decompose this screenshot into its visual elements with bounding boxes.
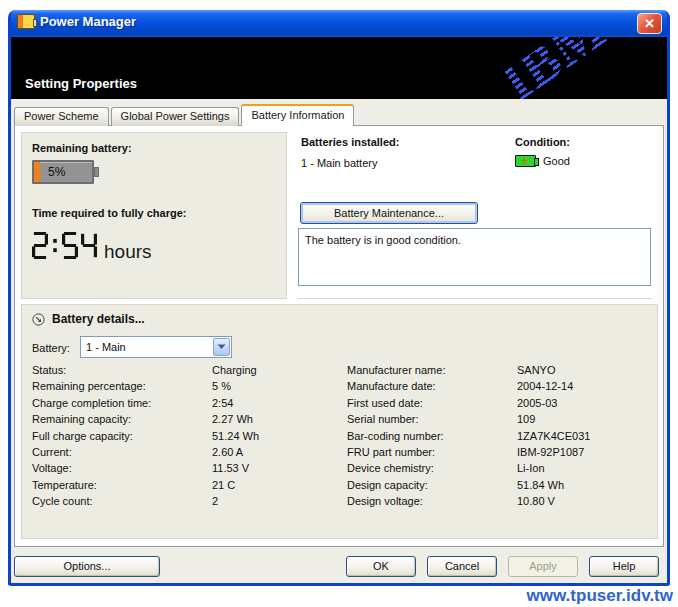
dialog-body: Power Scheme Global Power Settings Batte… [11, 99, 667, 583]
details-title: Battery details... [52, 312, 145, 326]
tab-bar: Power Scheme Global Power Settings Batte… [14, 104, 356, 126]
lcd-time [32, 232, 100, 263]
detail-value: Charging [212, 362, 257, 378]
chevron-down-icon [217, 344, 226, 350]
detail-value: 51.24 Wh [212, 428, 259, 444]
remaining-battery-panel: Remaining battery: 5% Time required to f… [21, 132, 287, 299]
detail-label: Remaining capacity: [32, 411, 212, 427]
detail-label: Device chemistry: [347, 460, 517, 476]
ok-button[interactable]: OK [346, 556, 416, 577]
detail-label: Design capacity: [347, 477, 517, 493]
detail-value: 10.80 V [517, 493, 555, 509]
detail-row: Manufacturer name:SANYO [347, 362, 652, 378]
detail-row: Cycle count:2 [32, 493, 337, 509]
remaining-battery-label: Remaining battery: [32, 142, 132, 154]
detail-value: 51.84 Wh [517, 477, 564, 493]
detail-value: SANYO [517, 362, 556, 378]
app-battery-icon [17, 14, 35, 29]
detail-value: 2004-12-14 [517, 378, 573, 394]
detail-value: IBM-92P1087 [517, 444, 584, 460]
details-left-column: Status:ChargingRemaining percentage:5 %C… [32, 362, 337, 510]
detail-label: Full charge capacity: [32, 428, 212, 444]
detail-value: 1ZA7K4CE031 [517, 428, 590, 444]
power-manager-window: Power Manager ✕ Setting Properties IBM P… [8, 10, 670, 586]
charge-time-label: Time required to fully charge: [32, 207, 186, 219]
detail-row: Status:Charging [32, 362, 337, 378]
detail-label: Voltage: [32, 460, 212, 476]
window-title: Power Manager [40, 14, 136, 29]
detail-row: Serial number:109 [347, 411, 652, 427]
battery-information-page: Remaining battery: 5% Time required to f… [14, 125, 664, 547]
condition-battery-icon [515, 155, 536, 167]
combo-drop-button[interactable] [213, 338, 230, 356]
detail-row: Design voltage:10.80 V [347, 493, 652, 509]
detail-value: 2.27 Wh [212, 411, 253, 427]
lcd-unit: hours [104, 242, 152, 263]
help-button[interactable]: Help [589, 556, 659, 577]
tab-battery-information[interactable]: Battery Information [241, 104, 354, 126]
detail-value: 2 [212, 493, 218, 509]
tab-power-scheme[interactable]: Power Scheme [14, 107, 109, 126]
detail-label: First used date: [347, 395, 517, 411]
battery-maintenance-button[interactable]: Battery Maintenance... [300, 202, 478, 224]
battery-select-value: 1 - Main [86, 341, 126, 353]
detail-value: 109 [517, 411, 535, 427]
condition-label: Condition: [515, 136, 570, 148]
cancel-button[interactable]: Cancel [427, 556, 497, 577]
detail-value: 21 C [212, 477, 235, 493]
detail-label: Manufacture date: [347, 378, 517, 394]
battery-percent: 5% [48, 165, 65, 179]
battery-select[interactable]: 1 - Main [80, 336, 232, 358]
close-button[interactable]: ✕ [637, 13, 662, 34]
detail-row: First used date:2005-03 [347, 395, 652, 411]
detail-row: Manufacture date:2004-12-14 [347, 378, 652, 394]
detail-value: 2005-03 [517, 395, 557, 411]
detail-label: Serial number: [347, 411, 517, 427]
battery-select-label: Battery: [32, 342, 70, 354]
battery-details-panel: Battery details... Battery: 1 - Main Sta… [21, 304, 658, 539]
detail-label: Design voltage: [347, 493, 517, 509]
detail-label: Charge completion time: [32, 395, 212, 411]
page-title: Setting Properties [25, 76, 137, 91]
tab-global-power-settings[interactable]: Global Power Settings [111, 107, 240, 126]
battery-level-icon: 5% [32, 160, 94, 184]
condition-message-box: The battery is in good condition. [298, 228, 651, 286]
detail-label: Status: [32, 362, 212, 378]
section-divider [298, 298, 652, 299]
header-banner: Setting Properties IBM [11, 37, 667, 99]
batteries-installed-value: 1 - Main battery [301, 157, 377, 169]
detail-row: Design capacity:51.84 Wh [347, 477, 652, 493]
detail-label: Cycle count: [32, 493, 212, 509]
detail-row: Current:2.60 A [32, 444, 337, 460]
screenshot-stage: Power Manager ✕ Setting Properties IBM P… [0, 0, 678, 607]
close-icon: ✕ [644, 17, 655, 30]
detail-label: Current: [32, 444, 212, 460]
ibm-logo: IBM [493, 37, 615, 99]
battery-nub [94, 167, 99, 177]
detail-label: Temperature: [32, 477, 212, 493]
detail-row: Voltage:11.53 V [32, 460, 337, 476]
detail-value: 11.53 V [212, 460, 249, 476]
detail-row: Remaining percentage:5 % [32, 378, 337, 394]
detail-label: Bar-coding number: [347, 428, 517, 444]
battery-fill [34, 162, 40, 182]
options-button[interactable]: Options... [14, 556, 160, 577]
watermark: www.tpuser.idv.tw [527, 586, 673, 606]
detail-row: Device chemistry:Li-Ion [347, 460, 652, 476]
detail-row: Temperature:21 C [32, 477, 337, 493]
detail-value: 2:54 [212, 395, 233, 411]
details-arrow-icon [32, 313, 45, 326]
detail-row: Full charge capacity:51.24 Wh [32, 428, 337, 444]
detail-row: Charge completion time:2:54 [32, 395, 337, 411]
apply-button[interactable]: Apply [508, 556, 578, 577]
condition-value: Good [543, 155, 570, 167]
detail-label: Remaining percentage: [32, 378, 212, 394]
detail-value: 2.60 A [212, 444, 243, 460]
detail-label: Manufacturer name: [347, 362, 517, 378]
detail-value: Li-Ion [517, 460, 545, 476]
detail-row: Remaining capacity:2.27 Wh [32, 411, 337, 427]
titlebar[interactable]: Power Manager ✕ [11, 10, 667, 37]
detail-row: FRU part number:IBM-92P1087 [347, 444, 652, 460]
details-right-column: Manufacturer name:SANYOManufacture date:… [347, 362, 652, 510]
detail-row: Bar-coding number:1ZA7K4CE031 [347, 428, 652, 444]
